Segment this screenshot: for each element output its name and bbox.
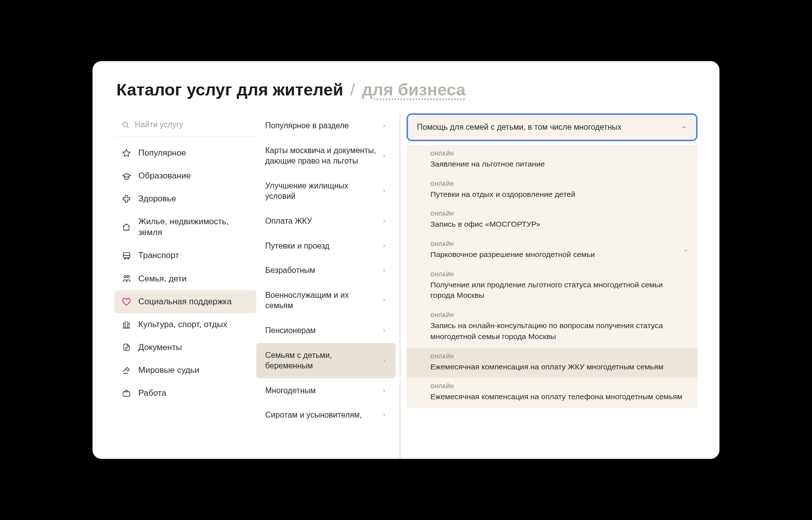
subcategory-item[interactable]: Сиротам и усыновителям,: [256, 403, 396, 428]
page-title: Каталог услуг для жителей: [116, 80, 343, 99]
subcategory-item[interactable]: Многодетным: [256, 378, 396, 403]
category-label: Документы: [138, 342, 182, 353]
service-badge: ОНЛАЙН: [430, 354, 689, 359]
dropdown-selected: Помощь для семей с детьми, в том числе м…: [417, 123, 621, 132]
chevron-down-icon: [681, 124, 687, 130]
service-item[interactable]: ОНЛАЙНЗапись в офис «МОСГОРТУР»: [406, 205, 698, 236]
service-badge: ОНЛАЙН: [430, 211, 689, 217]
chevron-right-icon: [382, 413, 387, 418]
subcategory-label: Военнослужащим и их семьям: [265, 290, 382, 311]
star-icon: [121, 149, 131, 158]
svg-point-8: [127, 275, 129, 278]
category-label: Популярное: [138, 148, 186, 159]
heart-icon: [121, 297, 131, 306]
subcategory-item[interactable]: Путевки и проезд: [256, 234, 396, 259]
subcategory-label: Многодетным: [265, 385, 382, 396]
category-label: Семья, дети: [138, 273, 187, 284]
svg-rect-11: [123, 392, 130, 396]
subcategory-label: Пенсионерам: [265, 325, 382, 336]
subcategory-item[interactable]: Улучшение жилищных условий: [256, 173, 396, 209]
service-item[interactable]: ОНЛАЙНЕжемесячная компенсация на оплату …: [406, 378, 698, 408]
service-title: Запись на онлайн-консультацию по вопроса…: [430, 320, 689, 342]
service-list: ОНЛАЙНЗаявление на льготное питаниеОНЛАЙ…: [406, 145, 698, 408]
culture-icon: [121, 320, 131, 329]
category-label: Здоровье: [138, 193, 176, 204]
service-item[interactable]: ОНЛАЙНЕжемесячная компенсация на оплату …: [406, 348, 698, 378]
gavel-icon: [121, 366, 131, 375]
subcategory-label: Популярное в разделе: [265, 120, 382, 131]
subcategory-label: Путевки и проезд: [265, 241, 382, 252]
chevron-right-icon: [382, 243, 387, 248]
svg-marker-2: [123, 150, 130, 157]
service-item[interactable]: ОНЛАЙНЗаявление на льготное питание: [406, 145, 698, 175]
svg-point-6: [127, 258, 128, 259]
service-badge: ОНЛАЙН: [430, 151, 689, 157]
grad-icon: [121, 172, 131, 181]
svg-point-0: [122, 122, 127, 127]
category-item[interactable]: Здоровье: [114, 187, 256, 210]
category-item[interactable]: Транспорт: [114, 244, 256, 267]
category-item[interactable]: Социальная поддержка: [114, 290, 256, 313]
chevron-right-icon: [382, 219, 387, 224]
svg-point-7: [123, 275, 126, 278]
service-title: Путевки на отдых и оздоровление детей: [430, 189, 689, 200]
category-item[interactable]: Документы: [114, 336, 256, 359]
service-badge: ОНЛАЙН: [430, 384, 689, 389]
subcategory-item[interactable]: Безработным: [256, 258, 396, 283]
catalog-card: Каталог услуг для жителей / для бизнеса …: [93, 61, 719, 459]
subcategory-label: Улучшение жилищных условий: [265, 180, 382, 202]
subcategory-item[interactable]: Популярное в разделе: [256, 113, 396, 138]
category-label: Социальная поддержка: [138, 296, 232, 307]
category-item[interactable]: Культура, спорт, отдых: [114, 313, 256, 336]
title-separator: /: [350, 80, 355, 99]
subcategory-list: Популярное в разделеКарты москвича и док…: [256, 113, 396, 459]
category-label: Культура, спорт, отдых: [138, 319, 227, 330]
search-input[interactable]: [135, 120, 249, 129]
chevron-down-icon: [683, 248, 689, 254]
chevron-right-icon: [382, 123, 387, 128]
work-icon: [121, 389, 131, 398]
chevron-right-icon: [382, 298, 387, 303]
subcategory-item[interactable]: Военнослужащим и их семьям: [256, 283, 396, 318]
category-label: Мировые судьи: [138, 365, 200, 376]
service-title: Заявление на льготное питание: [430, 159, 689, 170]
chevron-right-icon: [382, 153, 387, 158]
search-box[interactable]: [114, 113, 256, 137]
category-label: Жилье, недвижимость, земля: [138, 216, 249, 238]
category-item[interactable]: Жилье, недвижимость, земля: [114, 210, 256, 244]
category-label: Образование: [138, 171, 191, 181]
svg-point-5: [124, 258, 125, 259]
service-badge: ОНЛАЙН: [430, 272, 689, 277]
service-badge: ОНЛАЙН: [430, 181, 689, 187]
subcategory-item[interactable]: Пенсионерам: [256, 318, 396, 343]
title-alt-link[interactable]: для бизнеса: [362, 80, 466, 99]
service-title: Ежемесячная компенсация на оплату ЖКУ мн…: [430, 361, 689, 372]
subcategory-label: Безработным: [265, 265, 382, 276]
bus-icon: [121, 251, 131, 260]
subcategory-item[interactable]: Карты москвича и документы, дающие право…: [256, 138, 396, 173]
subcategory-label: Сиротам и усыновителям,: [265, 410, 382, 421]
page-title-row: Каталог услуг для жителей / для бизнеса: [116, 80, 696, 99]
category-item[interactable]: Образование: [114, 165, 256, 187]
subcategory-item[interactable]: Оплата ЖКУ: [256, 209, 396, 234]
category-item[interactable]: Популярное: [114, 142, 256, 165]
service-item[interactable]: ОНЛАЙНЗапись на онлайн-консультацию по в…: [406, 307, 698, 347]
category-item[interactable]: Семья, дети: [114, 267, 256, 290]
category-sidebar: ПопулярноеОбразованиеЗдоровьеЖилье, недв…: [114, 113, 256, 459]
service-item[interactable]: ОНЛАЙНПутевки на отдых и оздоровление де…: [406, 175, 698, 206]
service-item[interactable]: ОНЛАЙНПарковочное разрешение многодетной…: [406, 236, 698, 266]
category-item[interactable]: Работа: [114, 382, 256, 405]
category-item[interactable]: Мировые судьи: [114, 359, 256, 382]
service-item[interactable]: ОНЛАЙНПолучение или продление льготного …: [406, 266, 698, 307]
search-icon: [121, 121, 130, 129]
service-group-dropdown[interactable]: Помощь для семей с детьми, в том числе м…: [406, 113, 698, 141]
service-title: Получение или продление льготного статус…: [430, 279, 689, 301]
svg-line-1: [127, 126, 129, 128]
service-badge: ОНЛАЙН: [430, 242, 689, 247]
doc-icon: [121, 343, 131, 351]
chevron-right-icon: [382, 328, 387, 333]
subcategory-item[interactable]: Семьям с детьми, беременным: [256, 343, 396, 378]
columns: ПопулярноеОбразованиеЗдоровьеЖилье, недв…: [93, 113, 719, 459]
service-title: Парковочное разрешение многодетной семьи: [430, 249, 689, 260]
subcategory-label: Семьям с детьми, беременным: [265, 350, 382, 371]
